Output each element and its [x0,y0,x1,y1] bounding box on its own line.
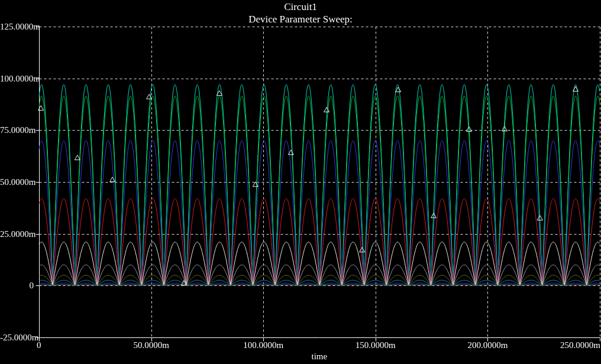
y-tick-label: 50.0000m [0,177,34,187]
y-tick-label: 25.0000m [0,229,34,239]
waveform-plot-canvas [0,0,601,364]
x-tick-label: 50.0000m [134,340,169,350]
x-tick-label: 150.0000m [356,340,396,350]
y-tick-label: -25.0000m [0,333,34,343]
x-tick-label: 100.0000m [243,340,283,350]
y-tick-label: 100.0000m [0,74,34,84]
y-tick-label: 125.0000m [0,22,34,32]
x-tick-label: 0 [37,340,41,350]
x-tick-label: 200.0000m [467,340,508,350]
plot-title: Circuit1 [0,1,601,13]
x-tick-label: 250.0000m [560,340,600,350]
y-tick-label: 0 [0,281,34,291]
y-tick-label: 75.0000m [0,125,34,135]
plot-titles: Circuit1 Device Parameter Sweep: [0,1,601,25]
x-axis-label: time [312,352,328,362]
plot-window: Circuit1 Device Parameter Sweep: 125.000… [0,0,601,364]
plot-subtitle: Device Parameter Sweep: [0,13,601,25]
